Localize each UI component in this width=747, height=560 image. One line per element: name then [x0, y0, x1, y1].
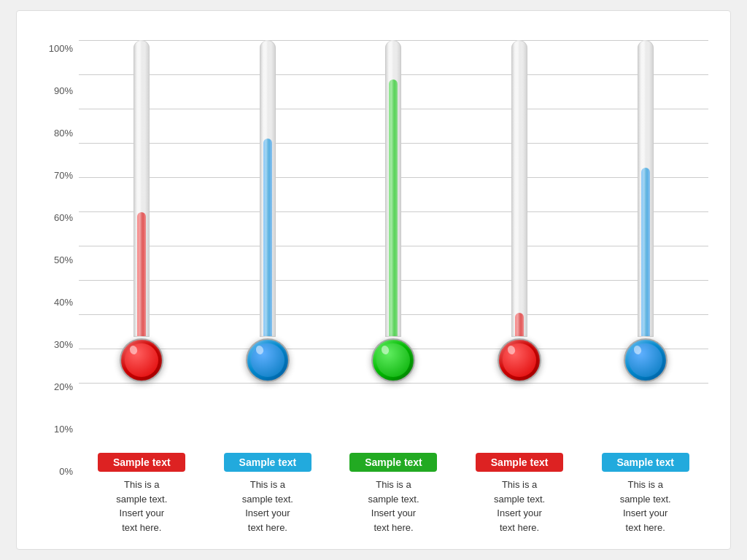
- label-col-1: Sample textThis is asample text.Insert y…: [94, 453, 189, 534]
- desc-text-5: This is asample text.Insert yourtext her…: [620, 478, 671, 534]
- bulb-outer: [624, 338, 667, 382]
- sample-badge-1: Sample text: [98, 453, 185, 472]
- y-axis-label: 90%: [39, 86, 79, 96]
- thermometer-5: [622, 40, 669, 384]
- y-axis-label: 50%: [39, 255, 79, 265]
- y-axis-label: 20%: [39, 382, 79, 392]
- tube-fill: [263, 139, 272, 336]
- bulb-outer: [371, 338, 415, 382]
- y-axis-label: 80%: [39, 128, 79, 138]
- label-col-2: Sample textThis is asample text.Insert y…: [220, 453, 315, 534]
- desc-text-1: This is asample text.Insert yourtext her…: [116, 478, 167, 534]
- sample-badge-3: Sample text: [349, 453, 437, 472]
- thermometer-1: [118, 40, 165, 384]
- tube-background: [260, 40, 276, 337]
- bulb-area: [622, 337, 669, 384]
- y-axis-label: 0%: [39, 467, 79, 476]
- tube-fill: [137, 212, 146, 336]
- chart-body: 100%90%80%70%60%50%40%30%20%10%0% Sample…: [39, 40, 708, 534]
- bulb-inner: [376, 343, 410, 377]
- desc-text-3: This is asample text.Insert yourtext her…: [368, 478, 419, 534]
- label-col-3: Sample textThis is asample text.Insert y…: [346, 453, 441, 534]
- y-axis-label: 30%: [39, 340, 79, 349]
- bulb-inner: [125, 343, 158, 377]
- y-axis-label: 70%: [39, 171, 79, 180]
- tube-background: [133, 40, 150, 337]
- bulb-inner: [503, 343, 536, 377]
- bulb-area: [244, 337, 291, 384]
- y-axis-label: 40%: [39, 298, 79, 307]
- desc-text-4: This is asample text.Insert yourtext her…: [494, 478, 545, 534]
- bulb-area: [496, 337, 543, 384]
- thermometer-2: [244, 40, 291, 384]
- bulb-inner: [251, 343, 285, 377]
- bulb-outer: [120, 338, 163, 382]
- tube-background: [511, 40, 527, 337]
- thermometer-3: [370, 40, 417, 384]
- bulb-area: [118, 337, 165, 384]
- thermometers-row: [79, 40, 708, 384]
- bulb-area: [370, 337, 417, 384]
- label-col-5: Sample textThis is asample text.Insert y…: [598, 453, 693, 534]
- sample-badge-5: Sample text: [602, 453, 689, 472]
- y-axis-label: 60%: [39, 213, 79, 222]
- y-axis: 100%90%80%70%60%50%40%30%20%10%0%: [39, 40, 79, 534]
- thermometers-area: Sample textThis is asample text.Insert y…: [79, 40, 708, 534]
- tube-fill: [389, 79, 398, 336]
- sample-badge-2: Sample text: [224, 453, 311, 472]
- chart-container: 100%90%80%70%60%50%40%30%20%10%0% Sample…: [16, 10, 731, 550]
- tube-fill: [641, 168, 650, 336]
- bottom-labels: Sample textThis is asample text.Insert y…: [79, 453, 708, 534]
- y-axis-label: 10%: [39, 424, 79, 434]
- sample-badge-4: Sample text: [476, 453, 563, 472]
- bulb-outer: [246, 338, 290, 382]
- bulb-inner: [629, 343, 662, 377]
- tube-fill: [515, 313, 524, 336]
- bulb-outer: [498, 338, 541, 382]
- tube-background: [385, 40, 401, 337]
- grid-therms: [79, 40, 708, 442]
- desc-text-2: This is asample text.Insert yourtext her…: [242, 478, 293, 534]
- label-col-4: Sample textThis is asample text.Insert y…: [472, 453, 567, 534]
- thermometer-4: [496, 40, 543, 384]
- tube-background: [638, 40, 654, 337]
- y-axis-label: 100%: [39, 44, 79, 53]
